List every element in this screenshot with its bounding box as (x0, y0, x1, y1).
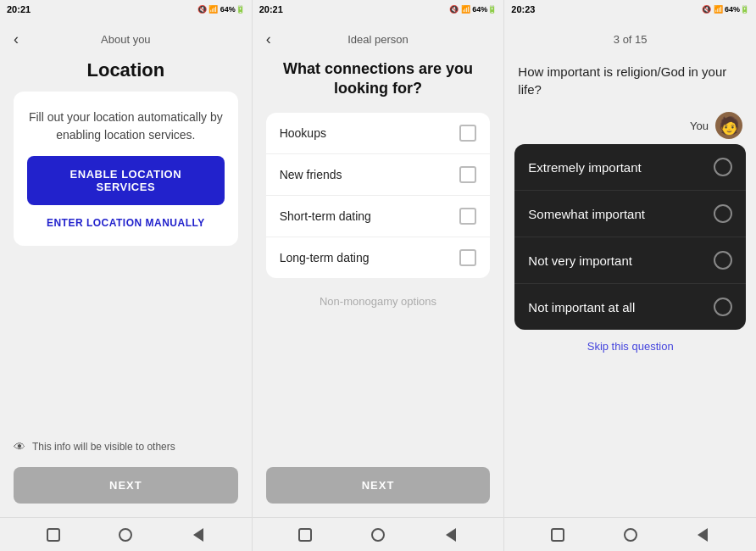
you-label-row: You 🧑 (504, 109, 756, 144)
hookups-label: Hookups (280, 126, 326, 140)
connection-hookups[interactable]: Hookups (266, 113, 491, 154)
extremely-important-radio[interactable] (714, 158, 732, 176)
nav-circle-icon-2[interactable] (370, 527, 386, 543)
extremely-important-label: Extremely important (528, 160, 641, 175)
somewhat-important-label: Somewhat important (528, 207, 645, 221)
option-not-very-important[interactable]: Not very important (514, 237, 746, 284)
location-card: Fill out your location automatically by … (14, 92, 238, 246)
long-term-label: Long-term dating (280, 251, 370, 264)
eye-icon: 👁 (14, 440, 25, 454)
nav-square-icon-2[interactable] (297, 527, 313, 543)
nav-bar-1 (0, 518, 253, 551)
location-back-button[interactable]: ‹ (14, 31, 19, 48)
new-friends-label: New friends (280, 168, 342, 181)
nav-bar-2 (253, 518, 505, 551)
status-bar-3: 20:23 🔇 📶 64%🔋 (504, 0, 756, 19)
not-very-important-radio[interactable] (714, 251, 732, 270)
option-somewhat-important[interactable]: Somewhat important (514, 191, 746, 237)
status-bars: 20:21 🔇 📶 64%🔋 20:21 🔇 📶 64%🔋 20:23 🔇 📶 … (0, 0, 756, 19)
connections-next-button[interactable]: NEXT (266, 467, 491, 504)
nav-bars (0, 517, 756, 551)
connections-back-button[interactable]: ‹ (266, 31, 271, 48)
enable-location-button[interactable]: ENABLE LOCATION SERVICES (27, 156, 225, 205)
status-bar-1: 20:21 🔇 📶 64%🔋 (0, 0, 253, 19)
connection-long-term[interactable]: Long-term dating (266, 237, 491, 278)
enter-manually-link[interactable]: ENTER LOCATION MANUALLY (47, 217, 205, 229)
religion-panel-header: 3 of 15 (504, 19, 756, 56)
nav-back-icon-3[interactable] (695, 527, 710, 543)
hookups-checkbox[interactable] (459, 125, 476, 142)
status-bar-2: 20:21 🔇 📶 64%🔋 (253, 0, 505, 19)
connections-panel: ‹ Ideal person What connections are you … (253, 19, 505, 517)
visibility-notice: 👁 This info will be visible to others (0, 433, 252, 460)
nav-bar-3 (504, 518, 756, 551)
nav-circle-icon-1[interactable] (118, 527, 133, 543)
connections-question-title: What connections are you looking for? (253, 56, 504, 113)
connections-panel-header: ‹ Ideal person (253, 19, 504, 56)
option-extremely-important[interactable]: Extremely important (514, 144, 746, 191)
connection-short-term[interactable]: Short-term dating (266, 196, 491, 237)
location-panel: ‹ About you Location Fill out your locat… (0, 19, 253, 517)
option-not-important-at-all[interactable]: Not important at all (514, 284, 746, 330)
time-1: 20:21 (7, 4, 31, 14)
connections-card: Hookups New friends Short-term dating Lo… (266, 113, 491, 278)
religion-question-text: How important is religion/God in your li… (504, 56, 756, 109)
short-term-label: Short-term dating (280, 209, 371, 223)
you-text: You (690, 120, 709, 132)
nav-square-icon-1[interactable] (46, 527, 61, 543)
location-next-button[interactable]: NEXT (14, 467, 238, 504)
nav-back-icon-2[interactable] (443, 527, 459, 543)
location-panel-header: ‹ About you (0, 19, 252, 56)
religion-panel: 3 of 15 How important is religion/God in… (504, 19, 756, 517)
status-icons-2: 🔇 📶 64%🔋 (449, 5, 497, 14)
visibility-text: This info will be visible to others (32, 441, 175, 453)
short-term-checkbox[interactable] (459, 208, 476, 225)
new-friends-checkbox[interactable] (459, 166, 476, 183)
nav-back-icon-1[interactable] (191, 527, 206, 543)
non-monogamy-link[interactable]: Non-monogamy options (253, 288, 504, 314)
panels-container: ‹ About you Location Fill out your locat… (0, 19, 756, 517)
long-term-checkbox[interactable] (459, 249, 476, 266)
somewhat-important-radio[interactable] (714, 204, 732, 223)
time-2: 20:21 (259, 4, 283, 14)
nav-square-icon-3[interactable] (550, 527, 565, 543)
skip-question-link[interactable]: Skip this question (504, 330, 756, 363)
time-3: 20:23 (511, 4, 535, 14)
not-important-at-all-label: Not important at all (528, 300, 635, 314)
connection-new-friends[interactable]: New friends (266, 154, 491, 196)
connections-header-title: Ideal person (347, 33, 409, 46)
status-icons-1: 🔇 📶 64%🔋 (197, 5, 245, 14)
not-important-at-all-radio[interactable] (714, 298, 732, 316)
question-count: 3 of 15 (614, 33, 648, 46)
religion-options-list: Extremely important Somewhat important N… (514, 144, 746, 330)
not-very-important-label: Not very important (528, 253, 632, 268)
user-avatar: 🧑 (715, 112, 742, 139)
nav-circle-icon-3[interactable] (623, 527, 638, 543)
location-card-text: Fill out your location automatically by … (27, 109, 225, 144)
status-icons-3: 🔇 📶 64%🔋 (702, 5, 749, 14)
location-title: Location (0, 56, 252, 92)
location-header-title: About you (101, 33, 151, 46)
